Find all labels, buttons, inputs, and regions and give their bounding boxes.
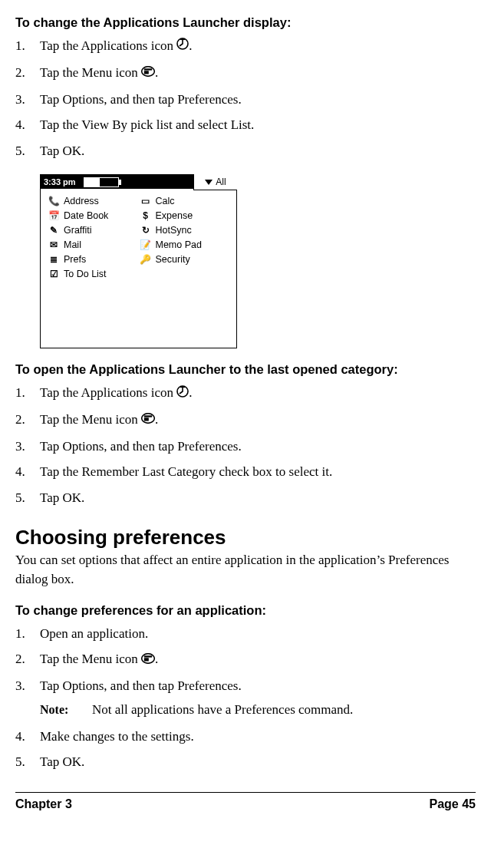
step: 1. Tap the Applications icon .	[15, 383, 476, 404]
step-text: Tap the Applications icon	[40, 38, 176, 53]
chevron-down-icon	[205, 180, 213, 185]
svg-rect-9	[144, 655, 152, 657]
step-text: Tap OK.	[40, 144, 84, 158]
step-text: Tap the Menu icon	[40, 652, 141, 666]
expense-icon: $	[139, 210, 153, 223]
step: 3.Tap Options, and then tap Preferences.	[15, 437, 476, 457]
list-item[interactable]: ✉Mail	[47, 239, 139, 252]
palm-app-list: 📞Address 📅Date Book ✎Graffiti ✉Mail ≣Pre…	[41, 189, 236, 287]
step: 4.Tap the View By pick list and select L…	[15, 115, 476, 135]
step: 5.Tap OK.	[15, 488, 476, 508]
steps-last-category: 1. Tap the Applications icon . 2. Tap th…	[15, 383, 476, 507]
prefs-icon: ≣	[47, 253, 61, 266]
step: 1. Tap the Applications icon .	[15, 36, 476, 57]
period: .	[189, 38, 192, 53]
memopad-icon: 📝	[139, 239, 153, 252]
step: 5.Tap OK.	[15, 752, 476, 772]
step: 2. Tap the Menu icon .	[15, 63, 476, 84]
step-text: Tap OK.	[40, 754, 84, 769]
section-title-preferences: Choosing preferences	[15, 526, 476, 550]
calc-icon: ▭	[139, 195, 153, 208]
step-text: Open an application.	[40, 626, 148, 641]
datebook-icon: 📅	[47, 210, 61, 223]
step-text: Tap OK.	[40, 490, 84, 505]
step-text: Make changes to the settings.	[40, 729, 194, 744]
step: 4.Tap the Remember Last Category check b…	[15, 462, 476, 482]
battery-icon	[84, 177, 119, 187]
heading-change-prefs: To change preferences for an application…	[15, 603, 476, 618]
step-text: Tap the Applications icon	[40, 385, 176, 400]
step: 2. Tap the Menu icon .	[15, 410, 476, 431]
steps-change-prefs: 1.Open an application. 2. Tap the Menu i…	[15, 624, 476, 696]
menu-icon	[141, 410, 155, 430]
period: .	[155, 652, 158, 666]
applications-icon	[176, 384, 189, 404]
address-icon: 📞	[47, 195, 61, 208]
steps-change-prefs-cont: 4.Make changes to the settings. 5.Tap OK…	[15, 727, 476, 772]
list-item[interactable]: ▭Calc	[139, 195, 231, 208]
period: .	[189, 385, 192, 400]
svg-rect-10	[144, 658, 149, 661]
step-text: Tap Options, and then tap Preferences.	[40, 678, 242, 693]
todo-icon: ☑	[47, 268, 61, 281]
footer-chapter: Chapter 3	[15, 797, 72, 811]
page-footer: Chapter 3 Page 45	[15, 792, 476, 827]
menu-icon	[141, 63, 155, 83]
list-item[interactable]: ☑To Do List	[47, 268, 139, 281]
list-item[interactable]: ✎Graffiti	[47, 224, 139, 237]
palm-screenshot: 3:33 pm All 📞Address 📅Date Book ✎Graffit…	[40, 174, 237, 348]
step-text: Tap the Menu icon	[40, 65, 141, 80]
category-label: All	[216, 177, 226, 187]
heading-last-category: To open the Applications Launcher to the…	[15, 362, 476, 377]
step: 1.Open an application.	[15, 624, 476, 644]
list-item[interactable]: ≣Prefs	[47, 253, 139, 266]
note: Note: Not all applications have a Prefer…	[15, 702, 476, 718]
graffiti-icon: ✎	[47, 224, 61, 237]
step: 3.Tap Options, and then tap Preferences.	[15, 676, 476, 696]
security-icon: 🔑	[139, 253, 153, 266]
svg-rect-6	[144, 416, 152, 417]
step-text: Tap Options, and then tap Preferences.	[40, 439, 242, 454]
heading-change-display: To change the Applications Launcher disp…	[15, 15, 476, 30]
step-text: Tap Options, and then tap Preferences.	[40, 92, 242, 107]
hotsync-icon: ↻	[139, 224, 153, 237]
applications-icon	[176, 36, 189, 56]
period: .	[155, 412, 158, 427]
step: 5.Tap OK.	[15, 141, 476, 161]
list-item[interactable]: $Expense	[139, 210, 231, 223]
step: 4.Make changes to the settings.	[15, 727, 476, 747]
list-item[interactable]: 📞Address	[47, 195, 139, 208]
note-label: Note:	[40, 703, 89, 717]
intro-text: You can set options that affect an entir…	[15, 551, 476, 589]
svg-rect-7	[144, 418, 149, 421]
step: 2. Tap the Menu icon .	[15, 649, 476, 670]
note-text: Not all applications have a Preferences …	[92, 702, 353, 717]
step-text: Tap the View By pick list and select Lis…	[40, 117, 254, 132]
step-text: Tap the Menu icon	[40, 412, 141, 427]
menu-icon	[141, 650, 155, 670]
list-item[interactable]: 📅Date Book	[47, 210, 139, 223]
steps-change-display: 1. Tap the Applications icon . 2. Tap th…	[15, 36, 476, 160]
period: .	[155, 65, 158, 80]
svg-rect-3	[144, 71, 149, 74]
step-text: Tap the Remember Last Category check box…	[40, 464, 332, 479]
document-page: To change the Applications Launcher disp…	[0, 0, 491, 827]
list-item[interactable]: 🔑Security	[139, 253, 231, 266]
palm-time: 3:33 pm	[44, 177, 76, 186]
list-item[interactable]: ↻HotSync	[139, 224, 231, 237]
svg-rect-2	[144, 68, 152, 70]
mail-icon: ✉	[47, 239, 61, 252]
step: 3.Tap Options, and then tap Preferences.	[15, 90, 476, 110]
list-item[interactable]: 📝Memo Pad	[139, 239, 231, 252]
category-dropdown[interactable]: All	[193, 174, 237, 190]
footer-page: Page 45	[430, 797, 476, 811]
